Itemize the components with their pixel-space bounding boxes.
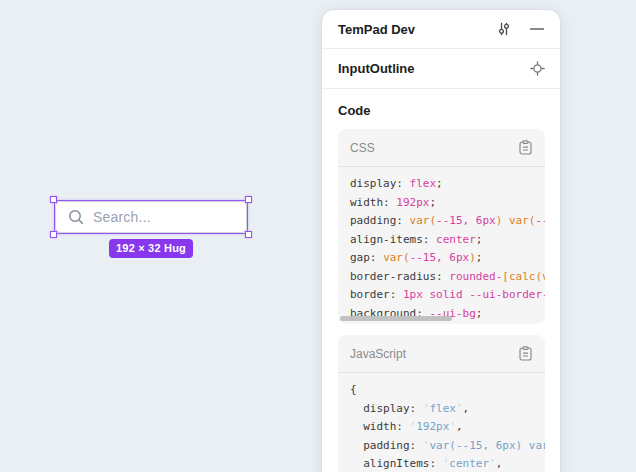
css-code[interactable]: display: flex;width: 192px;padding: var(… [338,167,545,324]
code-section-title: Code [338,103,545,118]
css-block-header: CSS [338,129,545,167]
sliders-icon[interactable] [496,21,512,37]
selection-handle-top-right[interactable] [245,196,252,203]
search-placeholder: Search... [93,209,151,225]
selection-handle-bottom-right[interactable] [245,231,252,238]
tempad-dev-panel: TemPad Dev InputOutline [322,10,560,472]
search-icon [68,209,84,225]
selected-node-row: InputOutline [322,49,560,89]
selected-node-name: InputOutline [338,61,529,76]
copy-icon[interactable] [517,140,533,156]
javascript-code-block: JavaScript { display: 'flex', width: '19… [338,335,545,472]
javascript-code[interactable]: { display: 'flex', width: '192px', paddi… [338,373,545,472]
copy-icon[interactable] [517,346,533,362]
crosshair-icon[interactable] [529,61,545,77]
search-input[interactable]: Search... [55,201,247,233]
javascript-block-header: JavaScript [338,335,545,373]
css-code-block: CSS display: flex;width: 192px;padding: … [338,129,545,324]
minimize-icon[interactable] [529,21,545,37]
panel-title: TemPad Dev [338,22,496,37]
selection-handle-top-left[interactable] [50,196,57,203]
horizontal-scrollbar[interactable] [340,316,452,321]
code-section: Code CSS display: flex;width: 192px;padd… [322,89,560,472]
search-input-component[interactable]: Search... 192 × 32 Hug [55,201,247,233]
figma-canvas: Search... 192 × 32 Hug TemPad Dev [0,0,636,472]
javascript-block-label: JavaScript [350,347,517,361]
size-badge: 192 × 32 Hug [109,239,193,258]
panel-header: TemPad Dev [322,10,560,49]
selection-handle-bottom-left[interactable] [50,231,57,238]
css-block-label: CSS [350,141,517,155]
